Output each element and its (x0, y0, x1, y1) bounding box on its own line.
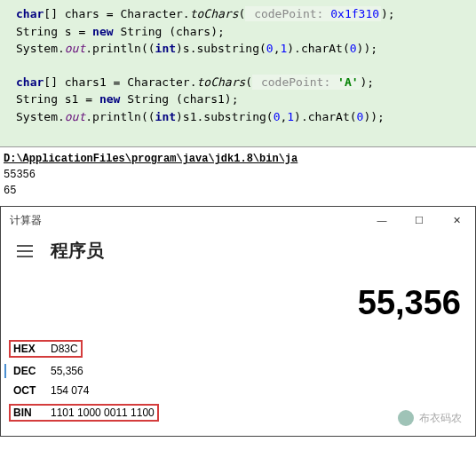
calculator-window: 计算器 — ☐ ✕ 程序员 55,356 HEX D83C DEC 55,356… (0, 206, 476, 437)
oct-label: OCT (13, 384, 40, 397)
console-path: D:\ApplicationFiles\program\java\jdk1.8\… (4, 151, 476, 167)
hex-row[interactable]: HEX D83C (13, 336, 463, 361)
minimize-button[interactable]: — (363, 207, 401, 233)
code-line-2: String s = new String (chars); (4, 23, 472, 41)
close-button[interactable]: ✕ (438, 207, 475, 233)
watermark: 布衣码农 (398, 410, 462, 426)
watermark-icon (398, 410, 414, 426)
bin-value: 1101 1000 0011 1100 (51, 407, 155, 419)
bin-label: BIN (13, 407, 40, 419)
oct-value: 154 074 (51, 384, 89, 397)
console-line-1: 55356 (4, 167, 476, 183)
calc-display: 55,356 (1, 277, 475, 336)
console-line-2: 65 (4, 183, 476, 199)
active-indicator (4, 364, 6, 378)
code-line-4: char[] chars1 = Character.toChars( codeP… (4, 74, 472, 91)
watermark-text: 布衣码农 (419, 411, 462, 426)
code-line-3: System.out.println((int)s.substring(0,1)… (4, 40, 472, 58)
dec-row[interactable]: DEC 55,356 (13, 361, 463, 381)
window-title: 计算器 (10, 213, 363, 228)
maximize-button[interactable]: ☐ (401, 207, 438, 233)
hex-label: HEX (13, 343, 40, 355)
dec-value: 55,356 (51, 365, 83, 377)
dec-label: DEC (13, 365, 40, 377)
menu-icon[interactable] (17, 245, 33, 257)
code-line-1: char[] chars = Character.toChars( codePo… (4, 5, 472, 23)
hex-value: D83C (51, 343, 78, 355)
oct-row[interactable]: OCT 154 074 (13, 381, 463, 400)
bin-row[interactable]: BIN 1101 1000 0011 1100 (13, 400, 463, 425)
code-editor: char[] chars = Character.toChars( codePo… (0, 0, 476, 147)
calc-mode-label: 程序员 (51, 239, 104, 263)
code-line-5: String s1 = new String (chars1); (4, 91, 472, 108)
code-line-6: System.out.println((int)s1.substring(0,1… (4, 108, 472, 126)
console-output: D:\ApplicationFiles\program\java\jdk1.8\… (0, 147, 476, 206)
titlebar: 计算器 — ☐ ✕ (1, 207, 475, 233)
